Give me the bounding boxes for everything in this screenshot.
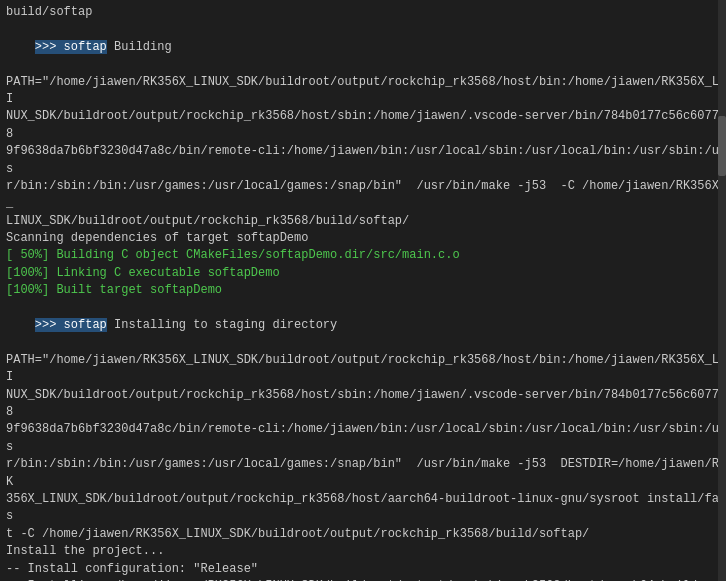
line-path-2: NUX_SDK/buildroot/output/rockchip_rk3568… xyxy=(0,108,726,143)
line-build-softap: build/softap xyxy=(0,4,726,21)
line-install-config-1: -- Install configuration: "Release" xyxy=(0,561,726,578)
line-install-project-1: Install the project... xyxy=(0,543,726,560)
line-100pct-link: [100%] Linking C executable softapDemo xyxy=(0,265,726,282)
scrollbar-thumb[interactable] xyxy=(718,116,726,176)
line-path-3: 9f9638da7b6bf3230d47a8c/bin/remote-cli:/… xyxy=(0,143,726,178)
line-path2-1: PATH="/home/jiawen/RK356X_LINUX_SDK/buil… xyxy=(0,352,726,387)
line-path2-6: t -C /home/jiawen/RK356X_LINUX_SDK/build… xyxy=(0,526,726,543)
line-staging-header: >>> softap Installing to staging directo… xyxy=(0,300,726,352)
line-path-1: PATH="/home/jiawen/RK356X_LINUX_SDK/buil… xyxy=(0,74,726,109)
line-path2-5: 356X_LINUX_SDK/buildroot/output/rockchip… xyxy=(0,491,726,526)
line-scanning: Scanning dependencies of target softapDe… xyxy=(0,230,726,247)
line-path2-3: 9f9638da7b6bf3230d47a8c/bin/remote-cli:/… xyxy=(0,421,726,456)
line-50pct: [ 50%] Building C object CMakeFiles/soft… xyxy=(0,247,726,264)
scrollbar-track[interactable] xyxy=(718,0,726,581)
line-100pct-built: [100%] Built target softapDemo xyxy=(0,282,726,299)
line-building-header: >>> softap Building xyxy=(0,21,726,73)
line-path-5: LINUX_SDK/buildroot/output/rockchip_rk35… xyxy=(0,213,726,230)
line-path2-2: NUX_SDK/buildroot/output/rockchip_rk3568… xyxy=(0,387,726,422)
terminal-output: build/softap >>> softap Building PATH="/… xyxy=(0,0,726,581)
line-path2-4: r/bin:/sbin:/bin:/usr/games:/usr/local/g… xyxy=(0,456,726,491)
line-path-4: r/bin:/sbin:/bin:/usr/games:/usr/local/g… xyxy=(0,178,726,213)
